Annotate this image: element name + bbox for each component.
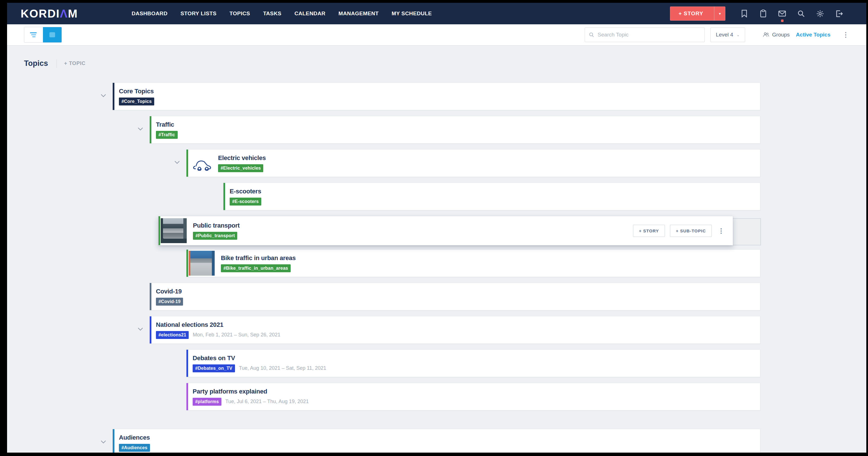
topic-meta: National elections 2021#elections21Mon, … [156,321,280,339]
app-screen: KORDIΛM DASHBOARDSTORY LISTSTOPICSTASKSC… [7,3,866,453]
topic-row-public-transport: Public transport#Public_transport+ STORY… [7,216,761,244]
topic-thumbnail-bike [189,251,215,276]
toolbar-kebab-menu[interactable]: ⋮ [842,33,849,36]
list-view-icon [29,31,38,38]
topic-card-electric-vehicles[interactable]: Electric vehicles#Electric_vehicles [186,149,761,177]
clipboard-icon[interactable] [759,9,768,18]
topic-hashtag-badge: #Bike_traffic_in_urban_areas [221,264,291,272]
topic-tree: Core Topics#Core_TopicsTraffic#TrafficEl… [7,83,761,453]
topic-meta: Debates on TV#Debates_on_TVTue, Aug 10, … [193,354,326,372]
topic-hashtag-badge: #Audiences [119,444,150,452]
topic-row-bike-traffic: Bike traffic in urban areas#Bike_traffic… [7,249,761,277]
topics-toolbar: Level 4⌄ Groups Active Topics ⋮ [7,24,866,46]
topic-row-traffic: Traffic#Traffic [7,116,761,144]
topic-kebab-menu[interactable]: ⋮ [717,230,725,232]
topic-title: National elections 2021 [156,321,280,329]
topic-meta: Covid-19#Covid-19 [156,288,183,306]
expand-chevron-icon[interactable] [137,127,143,131]
topic-title: Audiences [119,434,150,441]
notification-dot [781,20,783,22]
nav-item-topics[interactable]: TOPICS [230,10,250,17]
topic-card-traffic[interactable]: Traffic#Traffic [149,116,761,144]
expand-chevron-icon[interactable] [137,327,143,331]
bookmark-icon[interactable] [740,9,748,18]
topic-card-bike-traffic[interactable]: Bike traffic in urban areas#Bike_traffic… [186,249,761,277]
topic-search-box[interactable] [585,27,705,42]
view-toggle-group [24,27,62,43]
topic-color-bar [150,283,151,310]
add-topic-button[interactable]: + TOPIC [64,60,86,66]
topic-title: Electric vehicles [218,154,266,162]
add-story-caret[interactable]: ▾ [714,6,725,21]
add-story-button[interactable]: + STORY [670,6,714,21]
topic-card-party-platforms-explained[interactable]: Party platforms explained#platformsTue, … [186,383,761,410]
topic-card-public-transport[interactable]: Public transport#Public_transport+ STORY… [158,216,733,246]
topic-title: Core Topics [119,88,154,95]
topic-row-covid-19: Covid-19#Covid-19 [7,283,761,310]
topic-card-e-scooters[interactable]: E-scooters#E-scooters [223,182,761,210]
page-header: Topics + TOPIC [24,59,866,68]
topic-search-input[interactable] [597,31,701,38]
settings-gear-icon[interactable] [816,9,824,18]
topic-date-range: Tue, Jul 6, 2021 – Thu, Aug 19, 2021 [225,399,309,404]
topic-card-audiences[interactable]: Audiences#Audiences [113,429,761,453]
topic-color-bar [150,116,151,143]
topic-card-national-elections-2021[interactable]: National elections 2021#elections21Mon, … [149,316,761,344]
topic-meta: Audiences#Audiences [119,434,150,452]
nav-item-my-schedule[interactable]: MY SCHEDULE [392,10,432,17]
topic-row-e-scooters: E-scooters#E-scooters [7,182,761,210]
groups-icon [763,32,769,37]
topic-card-debates-on-tv[interactable]: Debates on TV#Debates_on_TVTue, Aug 10, … [186,349,761,377]
kordiam-logo[interactable]: KORDIΛM [21,7,78,20]
nav-item-tasks[interactable]: TASKS [263,10,281,17]
topic-hashtag-badge: #Traffic [156,131,178,139]
topic-color-bar [113,429,114,453]
topic-row-core-topics: Core Topics#Core_Topics [7,83,761,110]
add-subtopic-button[interactable]: + SUB-TOPIC [670,225,712,237]
navbar-icon-group [740,9,843,18]
add-story-split-button[interactable]: + STORY ▾ [670,6,725,21]
nav-item-calendar[interactable]: CALENDAR [294,10,326,17]
topic-title: Party platforms explained [193,388,309,395]
topic-hashtag-badge: #platforms [193,398,221,406]
add-story-to-topic-button[interactable]: + STORY [633,225,665,237]
expand-chevron-icon[interactable] [100,93,106,97]
topic-row-debates-on-tv: Debates on TV#Debates_on_TVTue, Aug 10, … [7,349,761,377]
topic-title: Traffic [156,121,178,129]
topic-title: Bike traffic in urban areas [221,254,296,262]
expand-chevron-icon[interactable] [100,439,106,444]
navbar-right: + STORY ▾ [670,6,843,21]
logout-icon[interactable] [835,9,843,18]
topic-color-bar [186,383,188,410]
topic-thumbnail-bus [161,218,187,243]
level-dropdown[interactable]: Level 4⌄ [710,27,745,42]
topic-hashtag-badge: #elections21 [156,331,189,339]
groups-button[interactable]: Groups [763,32,790,38]
topic-title: Debates on TV [193,354,326,362]
topic-color-bar [186,350,188,377]
mail-icon[interactable] [778,9,786,18]
search-icon [589,32,594,37]
topic-title: Covid-19 [156,288,183,295]
topic-meta: Electric vehicles#Electric_vehicles [218,154,266,172]
expand-chevron-icon[interactable] [174,160,180,164]
card-view-toggle[interactable] [43,27,62,42]
nav-item-dashboard[interactable]: DASHBOARD [132,10,167,17]
topic-date-range: Mon, Feb 1, 2021 – Sun, Sep 26, 2021 [193,332,280,338]
nav-item-story-lists[interactable]: STORY LISTS [181,10,217,17]
topic-hashtag-badge: #Debates_on_TV [193,364,235,372]
topic-card-covid-19[interactable]: Covid-19#Covid-19 [149,283,761,310]
topic-meta: E-scooters#E-scooters [230,188,261,205]
toolbar-right: Level 4⌄ Groups Active Topics ⋮ [585,27,849,42]
search-icon[interactable] [797,9,805,18]
list-view-toggle[interactable] [24,27,43,42]
topic-color-bar [113,83,114,110]
topic-card-core-topics[interactable]: Core Topics#Core_Topics [113,83,761,110]
topic-meta: Party platforms explained#platformsTue, … [193,388,309,406]
active-topics-link[interactable]: Active Topics [796,32,831,38]
topic-color-bar [186,149,188,177]
main-nav-menu: DASHBOARDSTORY LISTSTOPICSTASKSCALENDARM… [132,10,432,17]
nav-item-management[interactable]: MANAGEMENT [338,10,378,17]
topic-color-bar [186,250,188,277]
chevron-down-icon: ⌄ [737,33,740,37]
